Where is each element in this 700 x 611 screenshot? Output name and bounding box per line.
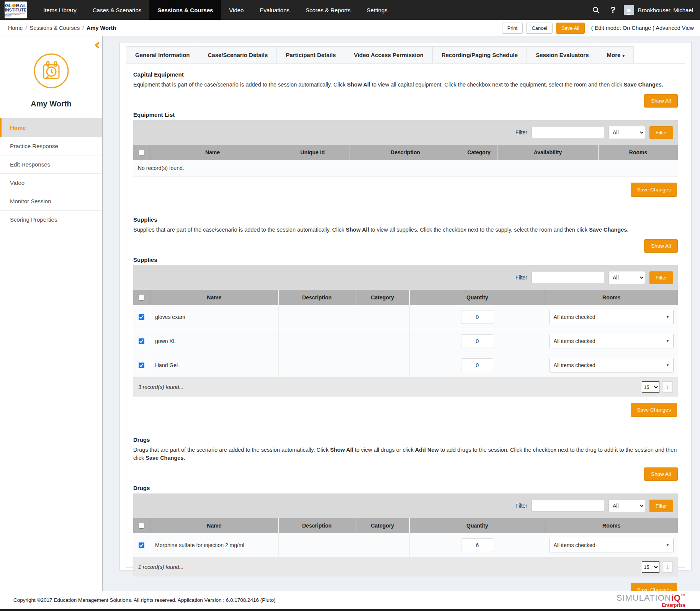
- supplies-filter-column-select[interactable]: All: [608, 271, 645, 284]
- sidebar-collapse-icon[interactable]: [93, 42, 101, 49]
- filter-label: Filter: [515, 129, 527, 136]
- user-avatar[interactable]: [624, 5, 634, 15]
- supplies-select-all-checkbox[interactable]: [139, 295, 144, 301]
- search-icon[interactable]: [588, 0, 605, 20]
- logo-text-subtagline: EMPOWER SKILL PROTECT EDUCATION: [5, 15, 27, 17]
- dropdown-arrow-icon: ▼: [666, 363, 669, 367]
- equipment-filter-column-select[interactable]: All: [608, 126, 645, 139]
- tab-video-access-permission[interactable]: Video Access Permission: [345, 46, 433, 64]
- tab-panel: Capital Equipment Equipment that is part…: [126, 63, 685, 568]
- quantity-input[interactable]: [461, 358, 493, 372]
- supply-row-checkbox[interactable]: [139, 338, 144, 344]
- tab-participant-details[interactable]: Participant Details: [277, 46, 345, 64]
- nav-cases-scenarios[interactable]: Cases & Scenarios: [85, 0, 150, 20]
- drugs-filter-input[interactable]: [532, 500, 604, 511]
- breadcrumb-separator: /: [82, 25, 84, 31]
- save-all-button[interactable]: Save All: [556, 23, 585, 34]
- nav-items-library[interactable]: Items Library: [35, 0, 85, 20]
- user-name[interactable]: Brookhouser, Michael: [638, 7, 693, 13]
- column-header-rooms: Rooms: [545, 518, 678, 533]
- supply-description: [279, 353, 356, 377]
- pagination: 15 1: [642, 561, 673, 573]
- nav-evaluations[interactable]: Evaluations: [252, 0, 298, 20]
- section-description: Equipment that is part of the case/scena…: [133, 81, 678, 89]
- sidebar-item-home[interactable]: Home: [0, 118, 102, 137]
- drugs-filter-column-select[interactable]: All: [608, 499, 645, 512]
- nav-video[interactable]: Video: [221, 0, 252, 20]
- column-header-description: Description: [279, 290, 356, 305]
- drug-row-checkbox[interactable]: [139, 542, 144, 548]
- nav-sessions-courses[interactable]: Sessions & Courses: [149, 0, 221, 20]
- equipment-header-row: Name Unique Id Description Category Avai…: [133, 145, 678, 160]
- rooms-dropdown[interactable]: All items checked▼: [550, 310, 674, 324]
- equipment-save-changes-button[interactable]: Save Changes: [631, 183, 677, 197]
- quantity-input[interactable]: [461, 538, 493, 552]
- filter-label: Filter: [515, 503, 527, 509]
- rooms-dropdown[interactable]: All items checked▼: [550, 334, 674, 348]
- tab-case-scenario-details[interactable]: Case/Scenario Details: [199, 46, 277, 64]
- sidebar-item-video[interactable]: Video: [0, 173, 102, 192]
- section-description: Drugs that are part of the scenario are …: [133, 446, 678, 462]
- sidebar-item-monitor-session[interactable]: Monitor Session: [0, 192, 102, 210]
- main-area: Amy Worth Home Practice Response Edit Re…: [0, 36, 700, 591]
- supply-row-checkbox[interactable]: [139, 314, 144, 320]
- drugs-select-all-checkbox[interactable]: [139, 523, 144, 529]
- supplies-filter-input[interactable]: [532, 272, 604, 283]
- drugs-table: Filter All Filter Name Description Categ…: [133, 493, 678, 577]
- bottom-strip: [0, 609, 700, 611]
- rooms-dropdown[interactable]: All items checked▼: [550, 358, 674, 372]
- breadcrumb-separator: /: [26, 25, 27, 31]
- section-title: Drugs: [133, 436, 678, 443]
- column-header-name: Name: [150, 145, 275, 160]
- breadcrumb-home[interactable]: Home: [8, 25, 23, 31]
- tab-session-evaluators[interactable]: Session Evaluators: [527, 46, 598, 64]
- page-number-button[interactable]: 1: [662, 381, 673, 393]
- cancel-button[interactable]: Cancel: [526, 23, 552, 34]
- chevron-down-icon: ▾: [622, 53, 625, 58]
- column-header-rooms: Rooms: [599, 145, 678, 160]
- supply-row-checkbox[interactable]: [139, 363, 144, 368]
- column-header-category: Category: [461, 145, 497, 160]
- page-footer: Copyright ©2017 Education Management Sol…: [0, 591, 700, 611]
- quantity-input[interactable]: [461, 334, 493, 348]
- capital-equipment-section: Capital Equipment Equipment that is part…: [133, 71, 678, 197]
- sidebar-item-practice-response[interactable]: Practice Response: [0, 137, 102, 155]
- equipment-filter-input[interactable]: [532, 127, 604, 138]
- nav-settings[interactable]: Settings: [359, 0, 396, 20]
- tab-more[interactable]: More▾: [598, 46, 634, 64]
- sidebar-item-scoring-properties[interactable]: Scoring Properties: [0, 210, 102, 229]
- page-number-button[interactable]: 1: [662, 561, 673, 573]
- page-size-select[interactable]: 15: [642, 561, 659, 573]
- help-icon[interactable]: ?: [605, 0, 621, 20]
- column-header-name: Name: [150, 518, 279, 533]
- tab-general-information[interactable]: General Information: [126, 46, 199, 64]
- equipment-filter-button[interactable]: Filter: [649, 126, 673, 139]
- supply-name: Hand Gel: [150, 362, 178, 368]
- session-name: Amy Worth: [0, 100, 102, 108]
- supply-description: [279, 305, 356, 329]
- section-title: Capital Equipment: [133, 71, 678, 78]
- sidebar-item-edit-responses[interactable]: Edit Responses: [0, 155, 102, 173]
- drugs-show-all-button[interactable]: Show All: [644, 467, 678, 481]
- supply-category: [355, 305, 410, 329]
- supply-name: gloves exam: [150, 314, 185, 320]
- quantity-input[interactable]: [461, 310, 493, 324]
- sidebar: Amy Worth Home Practice Response Edit Re…: [0, 36, 103, 591]
- copyright-text: Copyright ©2017 Education Management Sol…: [13, 597, 276, 603]
- supplies-filter-button[interactable]: Filter: [649, 271, 673, 284]
- breadcrumb-sessions-courses[interactable]: Sessions & Courses: [30, 25, 80, 31]
- equipment-show-all-button[interactable]: Show All: [644, 94, 678, 108]
- supplies-show-all-button[interactable]: Show All: [644, 239, 678, 253]
- nav-scores-reports[interactable]: Scores & Reports: [298, 0, 359, 20]
- app-logo[interactable]: GLBAL INSTITUTE FOR SIMULATION TRAINING …: [5, 2, 27, 18]
- supplies-save-changes-button[interactable]: Save Changes: [631, 403, 677, 417]
- print-button[interactable]: Print: [502, 23, 523, 34]
- section-divider: [133, 427, 678, 427]
- tab-recording-paging-schedule[interactable]: Recording/Paging Schedule: [433, 46, 527, 64]
- drugs-filter-button[interactable]: Filter: [649, 500, 673, 512]
- column-header-rooms: Rooms: [545, 290, 678, 305]
- edit-mode-label: ( Edit mode: On Change ) Advanced View: [591, 25, 694, 31]
- rooms-dropdown[interactable]: All items checked▼: [550, 538, 674, 552]
- page-size-select[interactable]: 15: [642, 381, 659, 393]
- equipment-select-all-checkbox[interactable]: [139, 150, 144, 155]
